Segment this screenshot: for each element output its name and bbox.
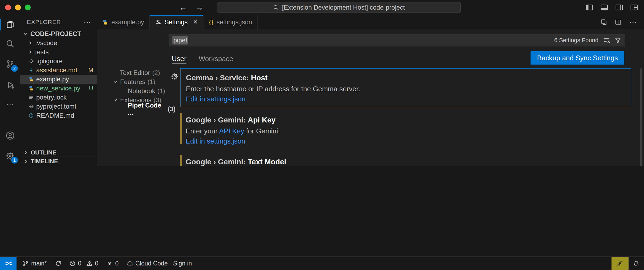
markdown-file-icon	[28, 68, 34, 73]
outline-section-header[interactable]: OUTLINE	[20, 148, 97, 157]
title-bar: ← → [Extension Development Host] code-pr…	[0, 0, 644, 15]
scrollbar[interactable]	[640, 68, 642, 166]
activity-bar: 2 ⋯ 1	[0, 15, 20, 166]
api-key-link[interactable]: API Key	[219, 127, 244, 135]
settings-search-input[interactable]: pipet 6 Settings Found	[169, 34, 625, 46]
bolt-slash-icon	[617, 260, 623, 267]
toc-notebook[interactable]: Notebook (1)	[109, 86, 177, 96]
manage-badge: 1	[11, 157, 18, 164]
toggle-panel-icon[interactable]	[600, 3, 608, 11]
remote-icon: ><	[5, 260, 11, 267]
vscode-window: ← → [Extension Development Host] code-pr…	[0, 0, 644, 270]
timeline-section-header[interactable]: TIMELINE	[20, 157, 97, 166]
ports-status-item[interactable]: 0	[106, 260, 119, 267]
tab-settings[interactable]: Settings ✕	[150, 15, 203, 29]
cloud-icon	[127, 260, 133, 267]
tab-example-py[interactable]: example.py	[97, 15, 150, 29]
manage-button[interactable]: 1	[0, 146, 20, 165]
history-forward-icon[interactable]: →	[195, 3, 203, 12]
history-back-icon[interactable]: ←	[179, 3, 187, 12]
filter-icon[interactable]	[614, 37, 621, 44]
scope-tab-workspace[interactable]: Workspace	[199, 52, 233, 66]
tree-file-pyproject-toml[interactable]: pyproject.toml	[20, 102, 97, 111]
chevron-right-icon	[28, 40, 33, 46]
accounts-button[interactable]	[0, 126, 20, 145]
tree-file-new-service-py[interactable]: new_service.py U	[20, 84, 97, 93]
setting-google-gemini-api-key[interactable]: Google › Gemini: Api Key Enter your API …	[180, 111, 631, 149]
customize-layout-icon[interactable]	[630, 3, 638, 11]
tab-settings-json[interactable]: {} settings.json	[203, 15, 258, 29]
file-tree: CODE-PROJECT .vscode tests .gitignore as…	[20, 29, 97, 120]
sync-icon	[55, 260, 61, 267]
sidebar-title: EXPLORER	[27, 19, 61, 26]
sync-changes-button[interactable]	[55, 260, 61, 267]
explorer-more-actions-icon[interactable]: ⋯	[84, 18, 91, 26]
chevron-down-icon	[113, 97, 118, 103]
scope-tab-user[interactable]: User	[172, 52, 186, 66]
command-center[interactable]: [Extension Development Host] code-projec…	[217, 2, 461, 13]
search-view-button[interactable]	[0, 34, 20, 53]
tree-folder-vscode[interactable]: .vscode	[20, 38, 97, 47]
toggle-primary-sidebar-icon[interactable]	[585, 3, 593, 11]
info-file-icon	[28, 113, 34, 118]
additional-views-button[interactable]: ⋯	[0, 94, 20, 114]
toggle-secondary-sidebar-icon[interactable]	[615, 3, 623, 11]
cloud-code-status-item[interactable]: Cloud Code - Sign in	[127, 260, 192, 267]
editor-group: example.py Settings ✕ {} settings.json ⋯…	[97, 15, 644, 166]
dev-host-warning-item[interactable]	[612, 257, 629, 270]
chevron-down-icon	[23, 31, 28, 37]
zoom-window-button[interactable]	[25, 5, 31, 10]
edit-in-settings-json-link[interactable]: Edit in settings.json	[186, 95, 246, 103]
close-tab-icon[interactable]: ✕	[193, 19, 198, 26]
tree-file-poetry-lock[interactable]: poetry.lock	[20, 93, 97, 102]
tree-root-code-project[interactable]: CODE-PROJECT	[20, 29, 97, 38]
settings-list: Gemma › Service: Host Enter the hostname…	[180, 68, 631, 166]
branch-status-item[interactable]: main*	[22, 260, 47, 267]
toc-features[interactable]: Features (1)	[109, 77, 177, 86]
remote-indicator[interactable]: ><	[0, 257, 17, 270]
open-changes-icon[interactable]	[600, 19, 607, 26]
command-center-label: [Extension Development Host] code-projec…	[282, 4, 405, 11]
split-editor-icon[interactable]	[615, 19, 622, 26]
search-value: pipet	[173, 36, 188, 44]
lock-file-icon	[28, 95, 34, 100]
setting-title: Google › Gemini: Text Model	[186, 157, 625, 166]
notifications-button[interactable]	[629, 257, 644, 270]
git-untracked-badge: U	[89, 85, 93, 92]
explorer-view-button[interactable]	[0, 15, 20, 34]
traffic-lights	[5, 5, 31, 10]
tree-file-readme-md[interactable]: README.md	[20, 111, 97, 120]
git-modified-badge: M	[88, 67, 93, 74]
tab-bar: example.py Settings ✕ {} settings.json ⋯	[97, 15, 644, 29]
settings-sliders-icon	[155, 19, 161, 25]
search-icon	[273, 5, 279, 10]
source-control-view-button[interactable]: 2	[0, 54, 20, 74]
problems-status-item[interactable]: 0 0	[69, 260, 99, 267]
git-branch-icon	[22, 260, 29, 267]
setting-google-gemini-text-model[interactable]: Google › Gemini: Text Model	[180, 153, 631, 166]
clear-filters-icon[interactable]	[603, 37, 610, 44]
warnings-icon	[86, 260, 93, 267]
setting-title: Gemma › Service: Host	[186, 73, 625, 82]
toc-pipet-code[interactable]: Pipet Code ... (3)	[109, 105, 177, 114]
run-debug-view-button[interactable]	[0, 75, 20, 94]
setting-gemma-service-host[interactable]: Gemma › Service: Host Enter the hostname…	[180, 68, 631, 107]
settings-editor: pipet 6 Settings Found User Workspace Ba…	[97, 29, 644, 166]
bell-icon	[633, 260, 640, 267]
close-window-button[interactable]	[5, 5, 11, 10]
backup-sync-settings-button[interactable]: Backup and Sync Settings	[531, 51, 624, 65]
toc-text-editor[interactable]: Text Editor (2)	[109, 68, 177, 77]
editor-more-actions-icon[interactable]: ⋯	[629, 18, 637, 26]
edit-in-settings-json-link[interactable]: Edit in settings.json	[186, 137, 245, 145]
settings-scope-tabs: User Workspace	[172, 52, 233, 66]
tree-folder-tests[interactable]: tests	[20, 47, 97, 57]
files-icon	[6, 20, 15, 29]
minimize-window-button[interactable]	[15, 5, 21, 10]
tree-file-example-py[interactable]: example.py	[20, 75, 97, 84]
tree-file-gitignore[interactable]: .gitignore	[20, 57, 97, 66]
errors-icon	[69, 260, 76, 267]
json-braces-icon: {}	[209, 19, 213, 25]
tree-file-assistance-md[interactable]: assistance.md M	[20, 66, 97, 75]
radio-tower-icon	[106, 260, 113, 267]
setting-actions-gear-icon[interactable]	[171, 73, 178, 80]
